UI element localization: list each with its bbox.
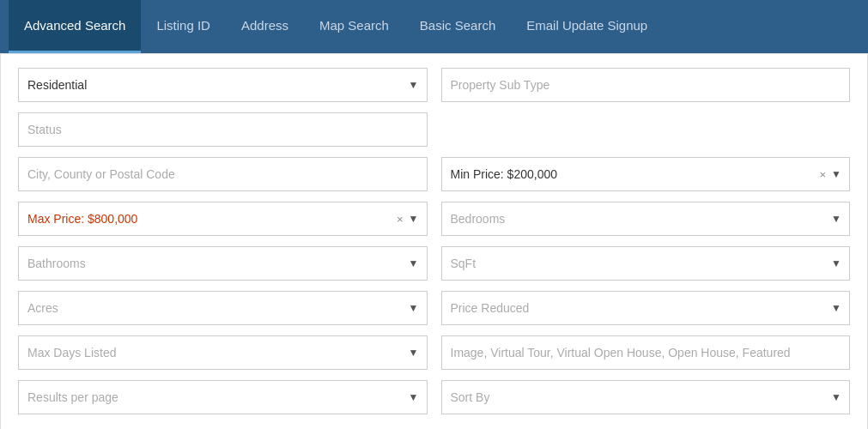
row-5: ▼ ▼ <box>18 246 850 281</box>
max-price-field: × ▼ <box>18 202 428 236</box>
nav-advanced-search[interactable]: Advanced Search <box>9 0 141 53</box>
navbar: Advanced Search Listing ID Address Map S… <box>0 0 868 53</box>
row-1: ▼ <box>18 68 850 102</box>
city-county-postal-input[interactable] <box>18 157 428 191</box>
bedrooms-input[interactable] <box>441 202 851 236</box>
price-reduced-field: ▼ <box>441 291 851 325</box>
bathrooms-field: ▼ <box>18 246 428 281</box>
property-sub-type-field <box>441 68 851 102</box>
results-per-page-input[interactable] <box>18 380 428 414</box>
nav-map-search-label: Map Search <box>319 18 389 33</box>
nav-basic-search[interactable]: Basic Search <box>404 0 511 53</box>
row-7: ▼ <box>18 335 850 370</box>
row-2 <box>18 112 850 147</box>
row-3: × ▼ <box>18 157 850 191</box>
max-price-input[interactable] <box>18 202 428 236</box>
acres-input[interactable] <box>18 291 428 325</box>
nav-address[interactable]: Address <box>226 0 304 53</box>
sqft-field: ▼ <box>441 246 851 281</box>
status-input[interactable] <box>18 112 428 147</box>
max-price-clear-button[interactable]: × <box>397 213 404 226</box>
nav-advanced-search-label: Advanced Search <box>24 18 125 33</box>
city-county-postal-field <box>18 157 428 191</box>
price-reduced-input[interactable] <box>441 291 851 325</box>
sqft-input[interactable] <box>441 246 851 281</box>
sort-by-input[interactable] <box>441 380 851 414</box>
results-per-page-field: ▼ <box>18 380 428 414</box>
search-form: ▼ × ▼ × ▼ ▼ <box>0 53 868 429</box>
max-days-listed-input[interactable] <box>18 335 428 370</box>
sort-by-field: ▼ <box>441 380 851 414</box>
property-sub-type-input[interactable] <box>441 68 851 102</box>
nav-map-search[interactable]: Map Search <box>304 0 404 53</box>
row-8: ▼ ▼ <box>18 380 850 414</box>
nav-email-update-signup[interactable]: Email Update Signup <box>511 0 663 53</box>
bathrooms-input[interactable] <box>18 246 428 281</box>
nav-address-label: Address <box>241 18 288 33</box>
min-price-input[interactable] <box>441 157 851 191</box>
nav-listing-id-label: Listing ID <box>156 18 210 33</box>
min-price-clear-button[interactable]: × <box>819 168 826 181</box>
min-price-field: × ▼ <box>441 157 851 191</box>
row-4: × ▼ ▼ <box>18 202 850 236</box>
acres-field: ▼ <box>18 291 428 325</box>
nav-listing-id[interactable]: Listing ID <box>141 0 226 53</box>
status-field <box>18 112 428 147</box>
features-field <box>441 335 851 370</box>
nav-email-signup-label: Email Update Signup <box>526 18 647 33</box>
bedrooms-field: ▼ <box>441 202 851 236</box>
property-type-field: ▼ <box>18 68 428 102</box>
row-6: ▼ ▼ <box>18 291 850 325</box>
nav-basic-search-label: Basic Search <box>420 18 495 33</box>
features-input[interactable] <box>441 335 851 370</box>
property-type-input[interactable] <box>18 68 428 102</box>
max-days-listed-field: ▼ <box>18 335 428 370</box>
